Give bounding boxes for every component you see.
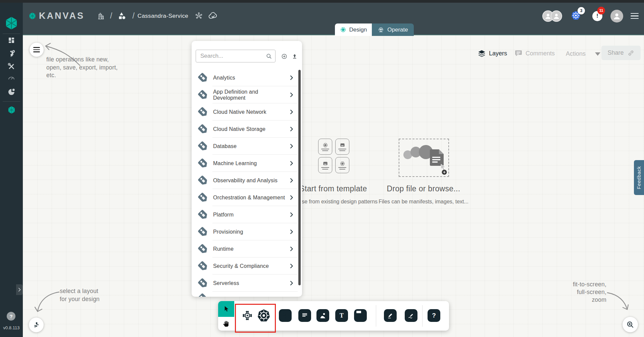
doodle-tool[interactable] [405, 309, 417, 322]
zoom-button[interactable] [623, 317, 638, 332]
file-dropzone[interactable] [399, 139, 449, 177]
category-row[interactable]: Database [192, 138, 300, 155]
help-tool[interactable]: ? [428, 309, 440, 322]
dropzone-subtitle: Files can be manifests, images, text... [363, 199, 484, 205]
template-card[interactable] [318, 157, 332, 173]
category-row[interactable]: Serverless [192, 275, 300, 292]
actions-label: Actions [566, 50, 586, 57]
text-tool[interactable]: T [335, 309, 348, 322]
category-row[interactable]: Orchestration & Management [192, 189, 300, 206]
layout-button[interactable] [29, 318, 44, 332]
dashboard-icon [7, 36, 15, 44]
template-card[interactable] [318, 139, 332, 155]
category-label: Cloud Native Network [213, 109, 288, 115]
speedometer-icon [7, 74, 16, 82]
comment-tool[interactable] [298, 309, 311, 322]
component-search[interactable] [196, 50, 276, 62]
layers-icon [477, 49, 486, 58]
feedback-tab[interactable]: Feedback [634, 160, 644, 195]
layout-graph-icon [32, 321, 41, 329]
layout-annotation: select a layout for your design [60, 287, 100, 303]
tab-design-label: Design [349, 27, 367, 33]
category-row[interactable]: Machine Learning [192, 155, 300, 172]
tab-design[interactable]: Design [335, 23, 372, 36]
sidebar-item-performance[interactable] [0, 74, 23, 82]
user-avatar[interactable] [610, 10, 623, 22]
chevron-right-icon [288, 160, 295, 166]
notification-count-badge: 11 [597, 7, 605, 14]
search-icon[interactable] [265, 53, 273, 60]
notification-bell[interactable]: ! 11 [592, 11, 602, 21]
comments-button[interactable]: Comments [514, 49, 555, 58]
template-card[interactable] [335, 139, 349, 155]
app-definition-tag-icon [197, 89, 209, 101]
category-label: Analytics [213, 75, 288, 81]
operator-headset-icon [378, 27, 384, 33]
chevron-right-icon [288, 194, 295, 201]
environment-molecule-icon[interactable] [194, 11, 203, 20]
tab-operate[interactable]: Operate [372, 23, 414, 36]
add-component-icon[interactable] [281, 53, 288, 60]
panel-scrollbar-thumb[interactable] [298, 70, 301, 285]
kubernetes-context-chip[interactable]: 3 [571, 10, 581, 22]
sidebar-expand-button[interactable] [16, 284, 23, 295]
image-tool[interactable] [316, 309, 329, 322]
design-name[interactable]: Cassandra-Service [138, 13, 188, 19]
canvas-menu-button[interactable] [30, 43, 44, 57]
sidebar-item-kanvas[interactable] [0, 105, 23, 114]
zoom-in-icon [626, 320, 635, 329]
category-row[interactable]: Runtime [192, 240, 300, 257]
category-row[interactable]: Provisioning [192, 223, 300, 240]
header-menu-button[interactable] [631, 13, 639, 19]
actions-dropdown[interactable]: Actions [566, 50, 600, 57]
category-label: Serverless [213, 280, 288, 286]
database-tag-icon [197, 141, 209, 152]
category-row[interactable]: Analytics [192, 69, 300, 86]
pan-tool[interactable] [218, 317, 234, 331]
select-tool[interactable] [218, 301, 234, 317]
help-tool-glyph: ? [432, 312, 436, 319]
comments-label: Comments [526, 50, 555, 57]
template-card[interactable] [335, 157, 349, 173]
workspace-shapes-icon[interactable] [117, 11, 127, 21]
category-row[interactable]: App Definition and Development [192, 86, 300, 103]
category-row[interactable]: Platform [192, 206, 300, 223]
share-button[interactable]: Share [601, 46, 641, 60]
dropzone-title[interactable]: Drop file or browse... [366, 184, 481, 193]
category-label: Cloud Native Storage [213, 126, 288, 132]
sidebar-item-dashboard[interactable] [0, 36, 23, 44]
organization-icon[interactable] [96, 11, 105, 20]
chevron-right-icon [288, 263, 295, 269]
runtime-tag-icon [197, 243, 209, 255]
sidebar-item-toolbox[interactable] [0, 62, 23, 71]
category-row[interactable]: Security & Compliance [192, 257, 300, 275]
collaborator-avatar[interactable] [551, 10, 562, 22]
components-panel: Analytics App Definition and Development… [192, 41, 302, 297]
platform-tag-icon [197, 209, 209, 221]
gears-icon [7, 49, 16, 58]
note-tool[interactable] [354, 309, 367, 322]
sidebar-item-catalog[interactable] [0, 87, 23, 96]
chevron-right-icon [288, 211, 295, 218]
chevron-right-icon [288, 143, 295, 149]
layers-button[interactable]: Layers [477, 49, 507, 58]
chevron-right-icon [288, 280, 295, 286]
collaborator-avatars[interactable] [542, 10, 562, 22]
category-row[interactable]: Cloud Native Network [192, 103, 300, 121]
cloud-saved-icon[interactable] [208, 11, 218, 21]
sidebar-item-settings[interactable] [0, 49, 23, 58]
import-upload-icon[interactable] [291, 53, 298, 60]
file-ops-annotation: file operations like new, open, save, ex… [46, 56, 118, 80]
help-button[interactable]: ? [7, 312, 15, 321]
pen-tool[interactable] [384, 309, 397, 322]
kanvas-logo-icon[interactable] [28, 12, 37, 20]
template-cards[interactable] [318, 139, 349, 173]
chevron-right-icon [288, 92, 295, 98]
shapes-tool[interactable] [279, 309, 292, 322]
security-compliance-tag-icon [197, 260, 209, 272]
sidebar-divider [3, 101, 20, 102]
category-row[interactable]: Observability and Analysis [192, 172, 300, 189]
layer5-logo-icon[interactable] [0, 15, 23, 31]
search-input[interactable] [200, 53, 265, 59]
category-row[interactable]: Cloud Native Storage [192, 121, 300, 138]
